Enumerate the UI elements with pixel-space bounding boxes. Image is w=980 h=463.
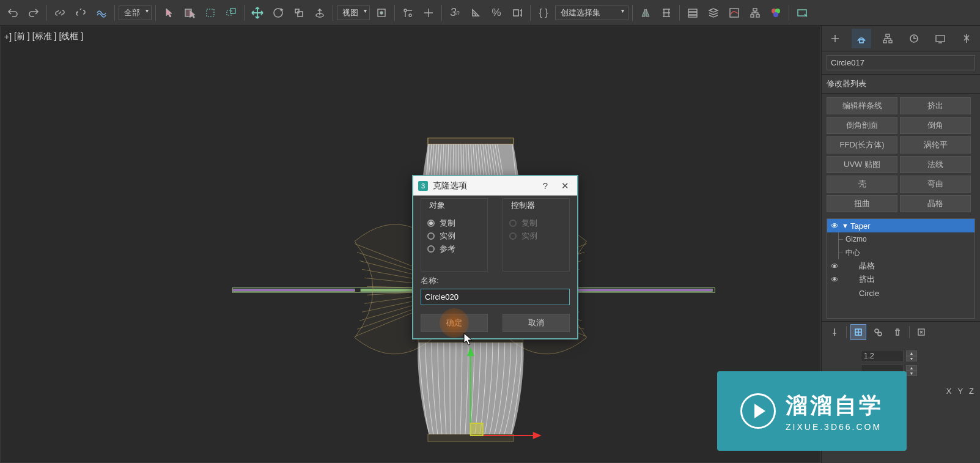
mod-btn-uvw-map[interactable]: UVW 贴图 — [827, 156, 897, 173]
panel-tabs — [822, 26, 980, 51]
param-amount-input[interactable] — [861, 350, 904, 362]
select-object-icon[interactable] — [160, 4, 178, 22]
close-icon[interactable]: ✕ — [558, 179, 572, 193]
layer-explorer-icon[interactable] — [683, 4, 702, 22]
select-region-rect-icon[interactable] — [201, 4, 219, 22]
render-setup-icon[interactable] — [793, 4, 811, 22]
stack-item-gizmo[interactable]: Gizmo — [827, 232, 974, 246]
configure-sets-icon[interactable] — [913, 324, 929, 340]
mod-btn-edit-spline[interactable]: 编辑样条线 — [827, 97, 897, 114]
curve-editor-icon[interactable] — [725, 4, 743, 22]
spinner-snap-icon[interactable] — [508, 4, 526, 22]
mod-btn-bend[interactable]: 弯曲 — [900, 176, 971, 193]
mod-btn-normal[interactable]: 法线 — [900, 156, 971, 173]
remove-modifier-icon[interactable] — [890, 324, 905, 340]
svg-point-10 — [404, 9, 407, 12]
make-unique-icon[interactable] — [870, 324, 886, 340]
dialog-titlebar[interactable]: 3 克隆选项 ? ✕ — [413, 176, 577, 196]
stack-item-taper[interactable]: 👁▼Taper — [827, 219, 974, 232]
mod-btn-twist[interactable]: 扭曲 — [827, 195, 897, 212]
name-label: 名称: — [421, 275, 570, 286]
mod-btn-bevel[interactable]: 倒角 — [900, 117, 971, 134]
tab-create-icon[interactable] — [825, 29, 845, 48]
param-spinner[interactable]: ▲▼ — [906, 350, 917, 361]
radio-instance[interactable]: 实例 — [427, 231, 481, 242]
stack-item-circle[interactable]: Circle — [827, 286, 974, 300]
svg-rect-29 — [428, 138, 514, 144]
ok-button[interactable]: 确定 — [421, 314, 488, 332]
controller-group: 控制器 复制 实例 — [503, 198, 570, 272]
mod-btn-turbosmooth[interactable]: 涡轮平 — [900, 136, 971, 154]
svg-rect-3 — [230, 9, 235, 13]
material-editor-icon[interactable] — [767, 4, 785, 22]
percent-snap-icon[interactable]: % — [487, 4, 506, 22]
stack-item-center[interactable]: 中心 — [827, 246, 974, 259]
select-rotate-icon[interactable] — [269, 4, 287, 22]
unlink-icon[interactable] — [72, 4, 90, 22]
tab-motion-icon[interactable] — [904, 29, 924, 48]
snaps-toggle-icon[interactable]: 3n — [446, 4, 464, 22]
controller-group-label: 控制器 — [509, 200, 537, 211]
cancel-button[interactable]: 取消 — [503, 314, 570, 332]
svg-point-45 — [875, 329, 879, 333]
named-sel-icon[interactable]: { } — [534, 4, 553, 22]
radio-copy[interactable]: 复制 — [427, 218, 481, 229]
radio-ctrl-instance: 实例 — [509, 231, 563, 242]
select-by-name-icon[interactable] — [180, 4, 199, 22]
named-sel-set-input[interactable]: 创建选择集 — [555, 6, 628, 20]
keyboard-shortcut-icon[interactable] — [419, 4, 438, 22]
pin-stack-icon[interactable] — [827, 324, 842, 340]
clone-options-dialog: 3 克隆选项 ? ✕ 对象 复制 实例 参考 控制器 复制 实例 名称: 确定 — [412, 175, 578, 339]
svg-rect-40 — [883, 40, 886, 43]
align-icon[interactable] — [657, 4, 676, 22]
stack-item-extrude[interactable]: 👁挤出 — [827, 273, 974, 286]
bind-space-warp-icon[interactable] — [92, 4, 111, 22]
select-place-icon[interactable] — [311, 4, 329, 22]
select-move-icon[interactable] — [248, 4, 267, 22]
radio-ctrl-copy: 复制 — [509, 218, 563, 229]
param-curve-input[interactable] — [861, 365, 904, 377]
param-spinner-2[interactable]: ▲▼ — [906, 365, 917, 376]
tab-utilities-icon[interactable] — [957, 29, 976, 48]
mod-btn-extrude[interactable]: 挤出 — [900, 97, 971, 114]
viewport[interactable]: +] [前 ] [标准 ] [线框 ] — [0, 26, 821, 463]
mod-btn-bevel-profile[interactable]: 倒角剖面 — [827, 117, 897, 134]
schematic-view-icon[interactable] — [746, 4, 764, 22]
svg-point-11 — [409, 14, 411, 17]
select-manipulate-icon[interactable] — [399, 4, 417, 22]
selection-filter-dropdown[interactable]: 全部 — [119, 6, 152, 20]
axis-x[interactable]: X — [946, 387, 952, 396]
axis-row: X Y Z — [822, 384, 980, 398]
axis-z[interactable]: Z — [969, 387, 974, 396]
toggle-ribbon-icon[interactable] — [704, 4, 723, 22]
select-scale-icon[interactable] — [290, 4, 308, 22]
svg-rect-26 — [578, 289, 713, 291]
main-toolbar: 全部 视图 3n % { } 创建选择集 — [0, 0, 980, 26]
object-name-field[interactable]: Circle017 — [827, 55, 975, 70]
tab-hierarchy-icon[interactable] — [878, 29, 897, 48]
use-pivot-center-icon[interactable] — [372, 4, 391, 22]
modifier-stack[interactable]: 👁▼Taper Gizmo 中心 👁晶格 👁挤出 Circle — [827, 218, 975, 319]
axis-y[interactable]: Y — [957, 387, 963, 396]
link-icon[interactable] — [51, 4, 69, 22]
tab-modify-icon[interactable] — [852, 29, 871, 48]
stack-item-lattice[interactable]: 👁晶格 — [827, 259, 974, 273]
angle-snap-icon[interactable] — [466, 4, 485, 22]
name-input[interactable] — [421, 289, 570, 305]
undo-icon[interactable] — [4, 4, 22, 22]
mirror-icon[interactable] — [636, 4, 655, 22]
window-crossing-icon[interactable] — [222, 4, 240, 22]
help-icon[interactable]: ? — [538, 179, 553, 193]
modifier-list-header[interactable]: 修改器列表 — [822, 74, 980, 94]
show-end-result-icon[interactable] — [850, 324, 866, 340]
mod-btn-shell[interactable]: 壳 — [827, 176, 897, 193]
radio-reference[interactable]: 参考 — [427, 243, 481, 254]
redo-icon[interactable] — [24, 4, 43, 22]
svg-rect-14 — [688, 12, 697, 15]
mod-btn-lattice[interactable]: 晶格 — [900, 195, 971, 212]
svg-rect-18 — [751, 15, 754, 17]
mod-btn-ffd-box[interactable]: FFD(长方体) — [827, 136, 897, 154]
tab-display-icon[interactable] — [930, 29, 950, 48]
object-group-label: 对象 — [427, 200, 447, 211]
ref-coord-dropdown[interactable]: 视图 — [337, 6, 370, 20]
